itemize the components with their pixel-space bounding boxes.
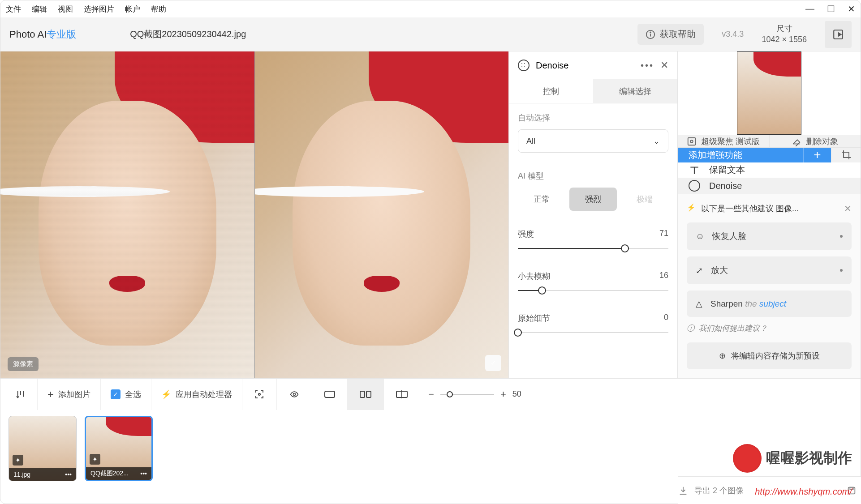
zoom-in-button[interactable]: + [500,389,506,400]
preview-compare[interactable]: 源像素 ✓ [0,51,508,378]
menu-select-image[interactable]: 选择图片 [84,4,114,14]
select-all-button[interactable]: ✓ 全选 [101,379,151,410]
suggest-header: 以下是一些其他建议 图像... [701,203,839,214]
watermark-logo [733,444,762,473]
deblur-value: 16 [659,271,668,282]
magic-icon: ✦ [13,455,23,466]
add-enhance-button[interactable]: 添加增强功能 [678,148,803,162]
brand: Photo AI专业版 [9,28,76,41]
plus-icon: + [47,388,54,401]
filmstrip-item[interactable]: ✦ QQ截图202...••• [85,416,153,481]
filmstrip-item[interactable]: ✦ 11.jpg••• [9,416,77,481]
bottom-toolbar: + 添加图片 ✓ 全选 ⚡ 应用自动处理器 − + 50 [0,378,861,410]
expand-icon: ⤢ [696,265,703,276]
remove-object-button[interactable]: 删除对象 [770,135,861,147]
crop-icon [841,149,852,160]
magic-icon: ✦ [90,454,100,465]
suggest-help-link[interactable]: ⓘ 我们如何提出建议？ [687,323,852,333]
detail-slider[interactable] [518,328,668,337]
watermark: 喔喔影视制作 [733,444,852,473]
svg-point-12 [293,393,296,395]
menu-help[interactable]: 帮助 [151,4,166,14]
model-extreme[interactable]: 极端 [620,188,668,211]
tab-control[interactable]: 控制 [509,79,593,103]
ai-model-label: AI 模型 [518,171,668,181]
auto-select-dropdown[interactable]: All ⌄ [518,129,668,153]
info-icon: ⓘ [687,323,694,333]
sort-button[interactable] [4,379,38,410]
add-enhance-plus-icon[interactable]: + [803,148,831,162]
checkbox-checked-icon: ✓ [111,389,121,399]
bolt-icon: ⚡ [161,389,171,399]
scan-icon [254,389,265,400]
single-view-button[interactable] [312,379,348,410]
svg-rect-5 [688,137,696,145]
svg-point-2 [650,32,651,33]
text-icon [689,164,700,176]
svg-point-11 [258,393,260,395]
denoise-icon [518,60,530,71]
plus-circle-icon: ⊕ [719,351,726,361]
preview-before: 源像素 [0,51,255,378]
detail-label: 原始细节 [518,313,550,324]
topbar: Photo AI专业版 QQ截图20230509230442.jpg 获取帮助 … [0,17,861,51]
denoise-panel: Denoise ••• ✕ 控制 编辑选择 自动选择 All ⌄ AI 模型 正… [508,51,678,378]
more-icon[interactable]: ••• [140,470,147,477]
panel-close-icon[interactable]: ✕ [660,60,668,71]
suggest-enlarge-button[interactable]: ⤢ 放大 [687,256,852,284]
add-image-button[interactable]: + 添加图片 [38,379,101,410]
suggest-close-icon[interactable]: ✕ [844,203,852,214]
filmstrip-name: 11.jpg [13,471,30,478]
svg-point-6 [690,140,693,143]
autoprocess-button[interactable]: ⚡ 应用自动处理器 [151,379,242,410]
window-close-icon[interactable]: ✕ [848,4,855,14]
menu-view[interactable]: 视图 [58,4,73,14]
split-view-button[interactable] [348,379,384,410]
detail-value: 0 [664,313,668,324]
zoom-slider[interactable] [440,394,494,395]
crop-button[interactable] [831,148,861,162]
tab-edit-select[interactable]: 编辑选择 [593,79,677,103]
more-icon[interactable]: ••• [65,471,72,478]
panel-title: Denoise [536,60,568,71]
focus-icon [687,137,697,146]
deblur-slider[interactable] [518,286,668,295]
menu-account[interactable]: 帐户 [125,4,140,14]
window-maximize-icon[interactable]: ☐ [827,4,835,14]
queue-toggle-button[interactable] [825,21,852,48]
after-check-icon[interactable]: ✓ [485,355,501,371]
panel-more-icon[interactable]: ••• [641,60,654,71]
svg-rect-15 [366,391,371,397]
bolt-icon: ⚡ [687,203,696,212]
model-normal[interactable]: 正常 [518,188,566,211]
suggest-sharpen-button[interactable]: △ Sharpen the subject [687,290,852,317]
save-preset-button[interactable]: ⊕ 将编辑内容存储为新预设 [687,342,852,369]
eye-view-button[interactable] [277,379,312,410]
preview-after: ✓ [255,51,509,378]
face-icon: ☺ [696,231,704,241]
window-minimize-icon[interactable]: — [805,4,814,14]
superfocus-button[interactable]: 超级聚焦 测试版 [678,135,770,147]
navigator[interactable] [678,51,861,135]
menu-file[interactable]: 文件 [6,4,21,14]
svg-rect-13 [325,391,335,397]
get-help-button[interactable]: 获取帮助 [637,24,704,45]
auto-select-label: 自动选择 [518,112,668,123]
slider-compare-icon [396,390,408,398]
version-label: v3.4.3 [722,30,744,39]
preserve-text-item[interactable]: 保留文本 [678,162,861,179]
zoom-out-button[interactable]: − [428,389,434,400]
suggest-face-button[interactable]: ☺ 恢复人脸 [687,222,852,250]
watermark-url: http://www.hshyqm.com/ [755,487,852,497]
focus-view-button[interactable] [242,379,277,410]
split-icon [359,390,372,398]
intensity-slider[interactable] [518,244,668,253]
dimensions-display: 尺寸 1042 × 1556 [762,24,807,45]
denoise-item[interactable]: Denoise [678,178,861,194]
menu-edit[interactable]: 编辑 [32,4,47,14]
filmstrip-name: QQ截图202... [90,470,129,478]
menubar: 文件 编辑 视图 选择图片 帐户 帮助 — ☐ ✕ [0,0,861,17]
zoom-value: 50 [512,389,521,399]
slider-view-button[interactable] [384,379,420,410]
model-strong[interactable]: 强烈 [569,188,617,211]
